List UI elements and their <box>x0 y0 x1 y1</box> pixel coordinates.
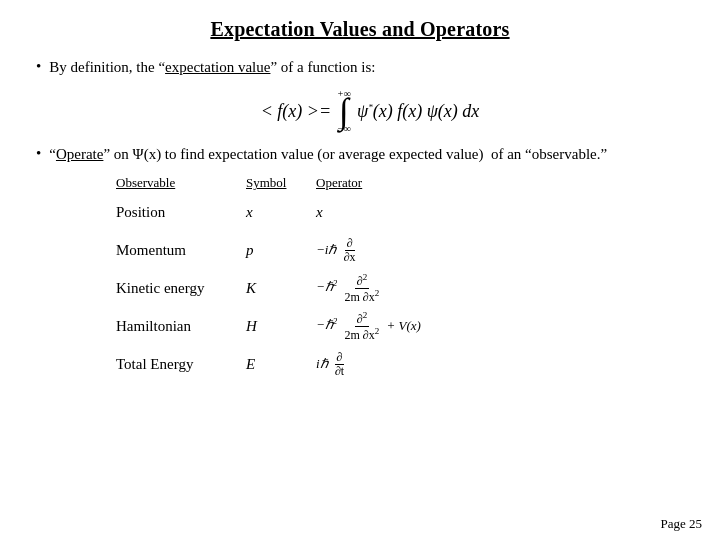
operate-term: Operate <box>56 146 103 162</box>
symbol-hamiltonian: H <box>246 318 316 335</box>
integral-formula: < f(x) >= +∞ ∫ −∞ ψ*(x) f(x) ψ(x) dx <box>56 88 684 134</box>
frac-num: ∂2 <box>355 311 369 327</box>
page-title: Expectation Values and Operators <box>36 18 684 41</box>
table-row: Hamiltonian H −ℏ2 ∂2 2m ∂x2 + V(x) <box>116 307 684 345</box>
symbol-kinetic: K <box>246 280 316 297</box>
page: Expectation Values and Operators • By de… <box>0 0 720 540</box>
integrand: ψ*(x) f(x) ψ(x) dx <box>357 101 479 122</box>
observables-table: Observable Symbol Operator Position x x … <box>116 175 684 383</box>
momentum-fraction: ∂ ∂x <box>342 237 358 264</box>
table-header: Observable Symbol Operator <box>116 175 684 191</box>
frac-num: ∂2 <box>355 273 369 289</box>
observable-position: Position <box>116 204 246 221</box>
hamiltonian-fraction: ∂2 2m ∂x2 <box>343 311 382 342</box>
symbol-total-energy: E <box>246 356 316 373</box>
table-row: Momentum p −iℏ ∂ ∂x <box>116 231 684 269</box>
observable-total-energy: Total Energy <box>116 356 246 373</box>
observable-kinetic: Kinetic energy <box>116 280 246 297</box>
frac-den: ∂x <box>342 251 358 264</box>
integral-limits: +∞ ∫ −∞ <box>337 88 351 134</box>
operator-momentum: −iℏ ∂ ∂x <box>316 237 516 264</box>
header-operator: Operator <box>316 175 516 191</box>
frac-den: ∂t <box>333 365 346 378</box>
header-symbol: Symbol <box>246 175 316 191</box>
operator-kinetic: −ℏ2 ∂2 2m ∂x2 <box>316 273 516 304</box>
bullet-dot-1: • <box>36 58 41 75</box>
operator-total-energy: iℏ ∂ ∂t <box>316 351 516 378</box>
lower-limit: −∞ <box>337 123 351 134</box>
operator-hamiltonian: −ℏ2 ∂2 2m ∂x2 + V(x) <box>316 311 516 342</box>
frac-num: ∂ <box>335 351 345 365</box>
integral-formula-box: < f(x) >= +∞ ∫ −∞ ψ*(x) f(x) ψ(x) dx <box>36 88 684 134</box>
header-observable: Observable <box>116 175 246 191</box>
bullet-1: • By definition, the “expectation value”… <box>36 57 684 78</box>
expectation-value-term: expectation value <box>165 59 270 75</box>
energy-fraction: ∂ ∂t <box>333 351 346 378</box>
formula-lhs: < f(x) >= <box>261 101 331 122</box>
observable-momentum: Momentum <box>116 242 246 259</box>
bullet-2-text: “Operate” on Ψ(x) to find expectation va… <box>49 144 607 165</box>
frac-num: ∂ <box>345 237 355 251</box>
operator-position: x <box>316 204 516 221</box>
bullet-2: • “Operate” on Ψ(x) to find expectation … <box>36 144 684 165</box>
symbol-momentum: p <box>246 242 316 259</box>
bullet-dot-2: • <box>36 145 41 162</box>
table-row: Position x x <box>116 193 684 231</box>
bullet-1-text: By definition, the “expectation value” o… <box>49 57 375 78</box>
table-row: Kinetic energy K −ℏ2 ∂2 2m ∂x2 <box>116 269 684 307</box>
frac-den: 2m ∂x2 <box>343 289 382 304</box>
kinetic-fraction: ∂2 2m ∂x2 <box>343 273 382 304</box>
table-row: Total Energy E iℏ ∂ ∂t <box>116 345 684 383</box>
observable-hamiltonian: Hamiltonian <box>116 318 246 335</box>
frac-den: 2m ∂x2 <box>343 327 382 342</box>
page-number: Page 25 <box>660 516 702 532</box>
symbol-position: x <box>246 204 316 221</box>
